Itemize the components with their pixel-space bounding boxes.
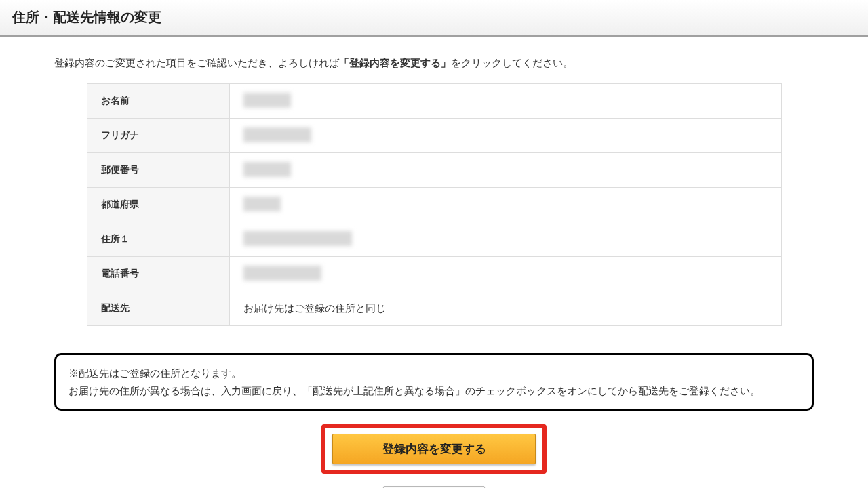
label-phone: 電話番号	[87, 257, 229, 291]
row-name: お名前	[87, 84, 781, 119]
notice-line1: ※配送先はご登録の住所となります。	[68, 365, 800, 382]
row-postal: 郵便番号	[87, 153, 781, 188]
intro-suffix: をクリックしてください。	[451, 57, 573, 68]
intro-bold: 「登録内容を変更する」	[339, 57, 451, 68]
page-title: 住所・配送先情報の変更	[12, 8, 856, 26]
page-header: 住所・配送先情報の変更	[0, 0, 868, 37]
value-phone	[229, 257, 781, 291]
value-pref	[229, 188, 781, 222]
label-furigana: フリガナ	[87, 119, 229, 153]
label-pref: 都道府県	[87, 188, 229, 222]
submit-row: 登録内容を変更する	[54, 424, 814, 474]
row-delivery: 配送先 お届け先はご登録の住所と同じ	[87, 291, 781, 326]
label-delivery: 配送先	[87, 291, 229, 326]
value-name	[229, 84, 781, 119]
highlight-frame: 登録内容を変更する	[321, 424, 547, 474]
label-postal: 郵便番号	[87, 153, 229, 188]
main-content: 登録内容のご変更された項目をご確認いただき、よろしければ「登録内容を変更する」を…	[41, 37, 827, 488]
intro-prefix: 登録内容のご変更された項目をご確認いただき、よろしければ	[54, 57, 339, 68]
row-furigana: フリガナ	[87, 119, 781, 153]
row-addr1: 住所１	[87, 222, 781, 257]
row-pref: 都道府県	[87, 188, 781, 222]
row-phone: 電話番号	[87, 257, 781, 291]
value-addr1	[229, 222, 781, 257]
label-name: お名前	[87, 84, 229, 119]
intro-text: 登録内容のご変更された項目をご確認いただき、よろしければ「登録内容を変更する」を…	[54, 57, 814, 70]
submit-button[interactable]: 登録内容を変更する	[332, 434, 536, 464]
value-delivery: お届け先はご登録の住所と同じ	[229, 291, 781, 326]
label-addr1: 住所１	[87, 222, 229, 257]
value-postal	[229, 153, 781, 188]
value-furigana	[229, 119, 781, 153]
notice-box: ※配送先はご登録の住所となります。 お届け先の住所が異なる場合は、入力画面に戻り…	[54, 353, 814, 411]
notice-line2: お届け先の住所が異なる場合は、入力画面に戻り、「配送先が上記住所と異なる場合」の…	[68, 382, 800, 400]
info-table: お名前 フリガナ 郵便番号 都道府県 住所１ 電話番号 配送先 お届け先はご登録…	[87, 83, 782, 326]
